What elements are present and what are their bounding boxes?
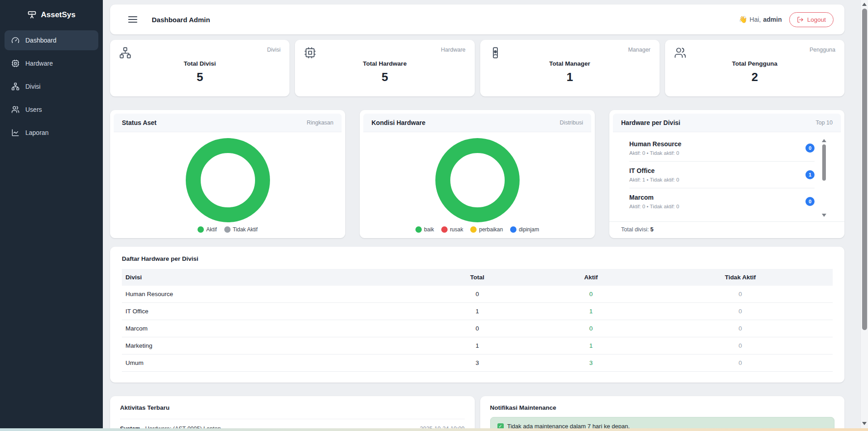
users-icon <box>674 47 686 59</box>
table-title: Daftar Hardware per Divisi <box>110 247 844 269</box>
cell-divisi: IT Office <box>122 303 420 320</box>
hardware-per-divisi-card: Hardware per Divisi Top 10 Human Resourc… <box>609 110 844 238</box>
stat-tag: Manager <box>628 47 650 53</box>
stat-tag: Pengguna <box>810 47 835 53</box>
divisi-name: Human Resource <box>629 140 681 148</box>
page-scrollbar[interactable] <box>860 0 868 428</box>
stat-label: Total Hardware <box>304 60 465 67</box>
cell-aktif: 0 <box>534 286 648 303</box>
stat-card-divisi: Divisi Total Divisi 5 <box>110 40 289 96</box>
sidebar-item-hardware[interactable]: Hardware <box>5 53 98 73</box>
divisi-footer: Total divisi: 5 <box>609 221 844 238</box>
scroll-up-icon[interactable] <box>822 139 826 142</box>
column-header-aktif: Aktif <box>534 269 648 286</box>
scrollbar-thumb[interactable] <box>822 144 826 181</box>
stat-value: 5 <box>119 70 280 84</box>
aktivitas-terbaru-card: Aktivitas Terbaru System - Hardware: (AS… <box>110 396 475 431</box>
legend-label: baik <box>424 226 434 233</box>
cell-divisi: Human Resource <box>122 286 420 303</box>
legend-dot <box>198 226 204 233</box>
line-chart-icon <box>11 129 19 137</box>
divisi-total: 5 <box>651 226 654 233</box>
sidebar-item-label: Laporan <box>25 129 48 136</box>
status-aset-donut-chart <box>186 138 270 222</box>
cell-divisi: Marcom <box>122 320 420 337</box>
hamburger-menu-icon[interactable] <box>128 16 137 23</box>
bottom-row: Aktivitas Terbaru System - Hardware: (AS… <box>110 396 844 431</box>
sidebar-item-laporan[interactable]: Laporan <box>5 123 98 143</box>
table-row: Human Resource 0 0 0 <box>122 286 833 303</box>
legend-item-dipinjam: dipinjam <box>510 226 539 233</box>
cell-tidak-aktif: 0 <box>648 320 833 337</box>
user-greeting: 👋 Hai, admin <box>739 15 782 24</box>
gauge-icon <box>11 36 19 44</box>
chart-title: Status Aset <box>122 119 157 126</box>
app-logo: AssetSys <box>0 6 103 30</box>
sidebar: AssetSys Dashboard Hardware Divisi Users… <box>0 0 103 428</box>
cell-aktif: 1 <box>534 337 648 354</box>
legend-label: Tidak Aktif <box>233 226 258 233</box>
divisi-detail: Aktif: 0 • Tidak aktif: 0 <box>629 150 681 156</box>
stat-card-manager: Manager Total Manager 1 <box>480 40 660 96</box>
legend-dot <box>224 226 231 233</box>
legend-dot <box>441 226 448 233</box>
charts-row: Status Aset Ringkasan Aktif Tidak Aktif <box>110 110 844 238</box>
legend-label: perbaikan <box>479 226 503 233</box>
cell-total: 1 <box>420 303 534 320</box>
stat-card-pengguna: Pengguna Total Pengguna 2 <box>665 40 844 96</box>
stat-tag: Divisi <box>267 47 280 53</box>
scrollbar-thumb[interactable] <box>862 9 867 330</box>
cell-tidak-aktif: 0 <box>648 354 833 372</box>
stat-cards: Divisi Total Divisi 5 Hardware Total Har… <box>110 40 844 96</box>
table-header-row: Divisi Total Aktif Tidak Aktif <box>122 269 833 286</box>
list-item: IT Office Aktif: 1 • Tidak aktif: 0 1 <box>629 162 815 188</box>
table-row: Umum 3 3 0 <box>122 354 833 372</box>
list-item: Human Resource Aktif: 0 • Tidak aktif: 0… <box>629 135 815 162</box>
topbar: Dashboard Admin 👋 Hai, admin Logout <box>110 5 844 34</box>
column-header-total: Total <box>420 269 534 286</box>
divisi-detail: Aktif: 1 • Tidak aktif: 0 <box>629 177 679 182</box>
legend-label: dipinjam <box>519 226 539 233</box>
cpu-icon <box>11 59 19 67</box>
scroll-up-icon[interactable] <box>862 3 867 6</box>
stat-card-hardware: Hardware Total Hardware 5 <box>295 40 474 96</box>
sidebar-item-label: Divisi <box>25 83 40 90</box>
stat-value: 1 <box>489 70 651 84</box>
kondisi-hardware-donut-chart <box>435 138 520 222</box>
count-badge: 1 <box>805 170 815 179</box>
column-header-tidak-aktif: Tidak Aktif <box>648 269 833 286</box>
status-aset-card: Status Aset Ringkasan Aktif Tidak Aktif <box>110 110 345 238</box>
column-header-divisi: Divisi <box>122 269 420 286</box>
cell-divisi: Marketing <box>122 337 420 354</box>
sidebar-item-label: Dashboard <box>25 37 57 44</box>
cell-tidak-aktif: 0 <box>648 286 833 303</box>
sidebar-item-label: Hardware <box>25 60 53 67</box>
legend-dot <box>510 226 516 233</box>
sidebar-item-dashboard[interactable]: Dashboard <box>5 30 98 50</box>
stat-value: 2 <box>674 70 835 84</box>
panel-title: Aktivitas Terbaru <box>120 404 465 411</box>
cell-aktif: 0 <box>534 320 648 337</box>
panel-subtitle: Top 10 <box>815 120 833 126</box>
chart-subtitle: Distribusi <box>560 120 583 126</box>
chart-title: Kondisi Hardware <box>371 119 425 126</box>
legend-item-rusak: rusak <box>441 226 463 233</box>
cell-total: 3 <box>420 354 534 372</box>
legend-item-baik: baik <box>415 226 434 233</box>
divisi-list-scrollbar[interactable] <box>822 139 826 217</box>
app-logo-text: AssetSys <box>41 10 76 19</box>
legend-item-perbaikan: perbaikan <box>470 226 503 233</box>
scroll-down-icon[interactable] <box>862 422 867 425</box>
cpu-icon <box>304 47 316 59</box>
legend-dot <box>415 226 422 233</box>
sidebar-item-divisi[interactable]: Divisi <box>5 77 98 96</box>
app-root: AssetSys Dashboard Hardware Divisi Users… <box>0 0 868 431</box>
logout-button[interactable]: Logout <box>789 12 834 27</box>
network-icon <box>11 82 19 91</box>
cell-total: 0 <box>420 320 534 337</box>
stat-value: 5 <box>304 70 465 84</box>
scroll-down-icon[interactable] <box>822 214 826 217</box>
count-badge: 0 <box>805 197 815 206</box>
stat-tag: Hardware <box>441 47 465 53</box>
sidebar-item-users[interactable]: Users <box>5 100 98 120</box>
